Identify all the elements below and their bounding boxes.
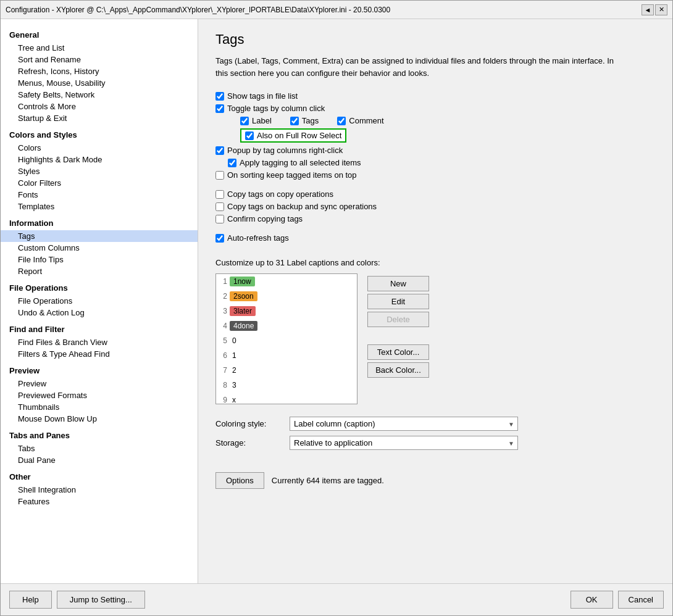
show-tags-checkbox[interactable] xyxy=(215,92,224,101)
list-item[interactable]: 9 x xyxy=(216,393,357,404)
option-sorting-keep: On sorting keep tagged items on top xyxy=(215,170,655,180)
list-item[interactable]: 2 2soon xyxy=(216,289,357,304)
sidebar-item-filters[interactable]: Filters & Type Ahead Find xyxy=(1,348,198,360)
page-description: Tags (Label, Tags, Comment, Extra) can b… xyxy=(215,55,623,79)
option-apply-tagging: Apply tagging to all selected items xyxy=(228,158,655,167)
list-item[interactable]: 3 3later xyxy=(216,304,357,318)
storage-wrapper: Relative to application Absolute path Us… xyxy=(290,436,518,450)
sidebar-item-tags[interactable]: Tags xyxy=(1,230,198,242)
sidebar-item-file-info-tips[interactable]: File Info Tips xyxy=(1,254,198,265)
sidebar-item-find-files[interactable]: Find Files & Branch View xyxy=(1,336,198,348)
text-color-button[interactable]: Text Color... xyxy=(367,344,429,360)
label-sub-checkbox[interactable] xyxy=(240,117,249,125)
toggle-tags-label[interactable]: Toggle tags by column click xyxy=(215,104,325,113)
full-row-checkbox[interactable] xyxy=(245,131,254,140)
window: Configuration - XYplorer @ C:\_Apps\_App… xyxy=(0,0,673,616)
sidebar-item-tree-list[interactable]: Tree and List xyxy=(1,42,198,54)
jump-to-setting-button[interactable]: Jump to Setting... xyxy=(57,591,145,609)
sidebar-item-refresh[interactable]: Refresh, Icons, History xyxy=(1,65,198,77)
sidebar-item-colors[interactable]: Colors xyxy=(1,142,198,154)
sidebar-item-mouse-down-blow-up[interactable]: Mouse Down Blow Up xyxy=(1,413,198,425)
tagged-info: Currently 644 items are tagged. xyxy=(272,476,384,485)
customize-label: Customize up to 31 Label captions and co… xyxy=(215,258,655,267)
option-popup-tag: Popup by tag columns right-click xyxy=(215,146,655,155)
sidebar-item-controls[interactable]: Controls & More xyxy=(1,101,198,112)
sidebar-item-menus[interactable]: Menus, Mouse, Usability xyxy=(1,77,198,89)
sidebar-section-preview: Preview xyxy=(1,364,198,378)
sidebar-item-custom-columns[interactable]: Custom Columns xyxy=(1,242,198,254)
tags-sub-checkbox[interactable] xyxy=(290,117,299,125)
sidebar-section-information: Information xyxy=(1,216,198,230)
sidebar-item-previewed-formats[interactable]: Previewed Formats xyxy=(1,389,198,401)
coloring-style-select[interactable]: Label column (caption) Full row None xyxy=(290,417,518,431)
sidebar-item-styles[interactable]: Styles xyxy=(1,165,198,177)
popup-tag-checkbox[interactable] xyxy=(215,146,224,155)
comment-sub-label[interactable]: Comment xyxy=(337,116,383,125)
sidebar-item-undo-action-log[interactable]: Undo & Action Log xyxy=(1,307,198,318)
sidebar-item-thumbnails[interactable]: Thumbnails xyxy=(1,401,198,413)
list-item[interactable]: 5 0 xyxy=(216,333,357,348)
sidebar-item-report[interactable]: Report xyxy=(1,265,198,277)
ok-button[interactable]: OK xyxy=(571,591,613,609)
comment-sub-text: Comment xyxy=(349,116,383,125)
sidebar-section-file-ops: File Operations xyxy=(1,281,198,295)
show-tags-label[interactable]: Show tags in file list xyxy=(215,91,298,101)
tags-sub-text: Tags xyxy=(302,116,319,125)
sorting-keep-label[interactable]: On sorting keep tagged items on top xyxy=(215,170,357,180)
sidebar-item-tabs[interactable]: Tabs xyxy=(1,443,198,454)
back-color-button[interactable]: Back Color... xyxy=(367,362,429,378)
copy-tags-copy-checkbox[interactable] xyxy=(215,190,224,199)
copy-tags-backup-checkbox[interactable] xyxy=(215,202,224,211)
sidebar-item-templates[interactable]: Templates xyxy=(1,201,198,212)
collapse-button[interactable]: ◄ xyxy=(642,4,654,15)
auto-refresh-checkbox[interactable] xyxy=(215,234,224,243)
help-button[interactable]: Help xyxy=(9,591,52,609)
label-sub-label[interactable]: Label xyxy=(240,116,272,125)
list-item[interactable]: 4 4done xyxy=(216,318,357,333)
sidebar-item-sort-rename[interactable]: Sort and Rename xyxy=(1,54,198,65)
list-item[interactable]: 8 3 xyxy=(216,378,357,393)
sidebar-item-color-filters[interactable]: Color Filters xyxy=(1,177,198,189)
popup-tag-text: Popup by tag columns right-click xyxy=(227,146,343,155)
apply-tagging-checkbox[interactable] xyxy=(228,159,236,167)
close-button[interactable]: ✕ xyxy=(655,4,667,15)
comment-sub-checkbox[interactable] xyxy=(337,117,346,125)
sidebar-item-features[interactable]: Features xyxy=(1,496,198,507)
copy-tags-backup-label[interactable]: Copy tags on backup and sync operations xyxy=(215,202,377,211)
sidebar-item-highlights[interactable]: Highlights & Dark Mode xyxy=(1,154,198,165)
tags-sub-label[interactable]: Tags xyxy=(290,116,319,125)
new-button[interactable]: New xyxy=(367,276,429,291)
delete-button[interactable]: Delete xyxy=(367,312,429,327)
cancel-button[interactable]: Cancel xyxy=(618,591,664,609)
storage-select[interactable]: Relative to application Absolute path Us… xyxy=(290,436,518,450)
list-item[interactable]: 1 1now xyxy=(216,274,357,289)
confirm-copying-checkbox[interactable] xyxy=(215,215,224,223)
label-list[interactable]: 1 1now 2 2soon 3 3later 4 xyxy=(216,274,357,404)
sidebar-item-dual-pane[interactable]: Dual Pane xyxy=(1,454,198,466)
edit-button[interactable]: Edit xyxy=(367,294,429,309)
confirm-copying-label[interactable]: Confirm copying tags xyxy=(215,214,303,223)
sidebar-item-startup[interactable]: Startup & Exit xyxy=(1,112,198,124)
popup-tag-label[interactable]: Popup by tag columns right-click xyxy=(215,146,343,155)
full-row-label[interactable]: Also on Full Row Select xyxy=(245,131,341,140)
list-item[interactable]: 6 1 xyxy=(216,348,357,363)
sidebar-item-fonts[interactable]: Fonts xyxy=(1,189,198,201)
sidebar-item-preview[interactable]: Preview xyxy=(1,378,198,389)
coloring-style-wrapper: Label column (caption) Full row None xyxy=(290,417,518,431)
copy-tags-copy-label[interactable]: Copy tags on copy operations xyxy=(215,189,333,199)
bottom-left: Help Jump to Setting... xyxy=(9,591,145,609)
options-button[interactable]: Options xyxy=(215,472,264,489)
sidebar: General Tree and List Sort and Rename Re… xyxy=(1,19,198,583)
sidebar-item-file-operations[interactable]: File Operations xyxy=(1,295,198,307)
list-item[interactable]: 7 2 xyxy=(216,363,357,378)
auto-refresh-label[interactable]: Auto-refresh tags xyxy=(215,233,289,243)
sidebar-item-shell-integration[interactable]: Shell Integration xyxy=(1,484,198,496)
sorting-keep-checkbox[interactable] xyxy=(215,171,224,180)
sidebar-item-safety[interactable]: Safety Belts, Network xyxy=(1,89,198,101)
sidebar-section-colors: Colors and Styles xyxy=(1,128,198,142)
titlebar: Configuration - XYplorer @ C:\_Apps\_App… xyxy=(1,1,672,19)
copy-tags-backup-text: Copy tags on backup and sync operations xyxy=(227,202,377,211)
full-row-highlight-box: Also on Full Row Select xyxy=(240,128,346,143)
apply-tagging-label[interactable]: Apply tagging to all selected items xyxy=(228,158,361,167)
toggle-tags-checkbox[interactable] xyxy=(215,104,224,113)
